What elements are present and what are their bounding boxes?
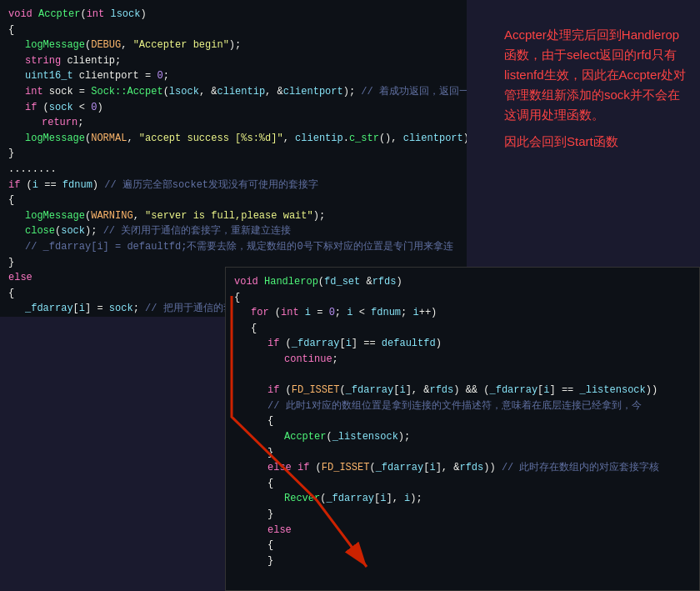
- code-line: for (int i = 0; i < fdnum; i++): [234, 305, 691, 321]
- code-line: {: [234, 413, 691, 429]
- code-line: logMessage(NORMAL, "accept success [%s:%…: [8, 131, 458, 147]
- code-line: }: [234, 507, 691, 523]
- code-line: {: [234, 290, 691, 306]
- code-line: {: [8, 193, 458, 208]
- code-line: if (FD_ISSET(_fdarray[i], &rfds) && (_fd…: [234, 383, 691, 398]
- code-line: Accpter(_listensock);: [234, 429, 691, 445]
- annotation-box: Accpter处理完后回到Handlerop函数，由于select返回的rfd只…: [492, 17, 700, 160]
- code-line: }: [234, 445, 691, 461]
- code-line: return;: [8, 115, 458, 131]
- code-line: {: [234, 321, 691, 337]
- code-line: [234, 368, 691, 383]
- code-line: void Accpter(int lsock): [8, 7, 458, 23]
- code-line: if (i == fdnum) // 遍历完全部socket发现没有可使用的套接…: [8, 178, 458, 193]
- code-line: {: [234, 538, 691, 553]
- code-line: int sock = Sock::Accpet(lsock, &clientip…: [8, 84, 458, 100]
- code-line: close(sock); // 关闭用于通信的套接字，重新建立连接: [8, 223, 458, 239]
- annotation-paragraph: Accpter处理完后回到Handlerop函数，由于select返回的rfd只…: [504, 25, 688, 125]
- code-line: if (sock < 0): [8, 100, 458, 116]
- code-line: logMessage(WARNING, "server is full,plea…: [8, 208, 458, 224]
- code-line: {: [234, 476, 691, 492]
- code-line: logMessage(DEBUG, "Accepter begin");: [8, 38, 458, 53]
- code-line: string clientip;: [8, 53, 458, 69]
- code-line: // _fdarray[i] = defaultfd;不需要去除，规定数组的0号…: [8, 239, 458, 255]
- code-line: {: [8, 23, 458, 38]
- code-line: void Handlerop(fd_set &rfds): [234, 274, 691, 290]
- code-line: continue;: [234, 352, 691, 368]
- code-line: else: [234, 523, 691, 538]
- code-line: }: [8, 146, 458, 162]
- code-line: }: [234, 553, 691, 569]
- code-line: else if (FD_ISSET(_fdarray[i], &rfds)) /…: [234, 460, 691, 476]
- code-line: if (_fdarray[i] == defaultfd): [234, 336, 691, 352]
- annotation-paragraph: 因此会回到Start函数: [504, 132, 688, 152]
- code-line: Recver(_fdarray[i], i);: [234, 491, 691, 507]
- code-line: uint16_t clientport = 0;: [8, 68, 458, 84]
- bottom-code-panel: void Handlerop(fd_set &rfds){for (int i …: [225, 267, 700, 591]
- code-line: ........: [8, 162, 458, 178]
- code-line: // 此时i对应的数组位置是拿到连接的文件描述符，意味着在底层连接已经拿到，今: [234, 398, 691, 414]
